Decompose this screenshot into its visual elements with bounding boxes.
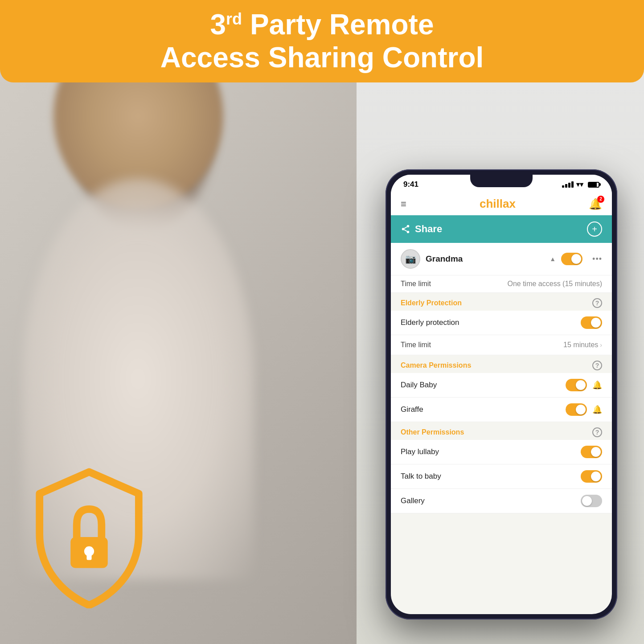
talk-to-baby-row: Talk to baby: [391, 464, 612, 489]
svg-line-7: [404, 227, 407, 229]
shield-icon: [27, 466, 152, 608]
header-banner: 3rd Party RemoteAccess Sharing Control: [0, 0, 644, 82]
giraffe-toggle[interactable]: [566, 403, 587, 416]
user-avatar: 📷: [401, 249, 420, 269]
gallery-row: Gallery: [391, 489, 612, 513]
user-name: Grandma: [426, 254, 542, 264]
svg-point-5: [407, 231, 410, 234]
elderly-time-limit-row[interactable]: Time limit 15 minutes ›: [391, 335, 612, 355]
battery-icon: [588, 182, 599, 188]
time-limit-row: Time limit One time access (15 minutes): [391, 275, 612, 293]
elderly-protection-toggle[interactable]: [581, 316, 602, 329]
app-header: ≡ chillax 🔔 2: [391, 193, 612, 215]
bell-badge: 2: [597, 196, 604, 203]
chevron-up-icon: ▲: [550, 255, 556, 263]
time-limit-value: One time access (15 minutes): [507, 280, 602, 288]
share-header: Share +: [391, 215, 612, 243]
other-help-icon[interactable]: ?: [592, 427, 602, 437]
menu-icon[interactable]: ≡: [401, 198, 406, 210]
daily-baby-bell-icon[interactable]: 🔔: [592, 380, 602, 390]
phone-notch: [470, 175, 533, 187]
daily-baby-label: Daily Baby: [401, 381, 437, 390]
camera-giraffe-row: Giraffe 🔔: [391, 398, 612, 422]
talk-to-baby-toggle[interactable]: [581, 470, 602, 483]
other-section-header: Other Permissions ?: [391, 422, 612, 440]
camera-help-icon[interactable]: ?: [592, 361, 602, 370]
svg-point-3: [407, 225, 410, 228]
elderly-protection-right: [581, 316, 602, 329]
camera-section-header: Camera Permissions ?: [391, 355, 612, 373]
elderly-section-title: Elderly Protection: [401, 299, 462, 307]
elderly-section-header: Elderly Protection ?: [391, 293, 612, 311]
app-logo: chillax: [480, 197, 516, 211]
phone-screen: 9:41 ▾▾ ≡ chillax: [391, 175, 612, 614]
talk-to-baby-label: Talk to baby: [401, 472, 441, 481]
play-lullaby-row: Play lullaby: [391, 440, 612, 464]
giraffe-bell-icon[interactable]: 🔔: [592, 405, 602, 414]
elderly-time-value: 15 minutes ›: [563, 341, 602, 349]
status-time: 9:41: [403, 180, 418, 189]
giraffe-right: 🔔: [566, 403, 602, 416]
gallery-label: Gallery: [401, 496, 425, 505]
title-superscript: rd: [226, 10, 242, 28]
main-title: 3rd Party RemoteAccess Sharing Control: [160, 8, 484, 74]
elderly-time-label: Time limit: [401, 341, 431, 349]
svg-rect-2: [86, 551, 91, 560]
play-lullaby-label: Play lullaby: [401, 447, 439, 456]
gallery-toggle[interactable]: [581, 495, 602, 507]
title-line1: 3rd Party RemoteAccess Sharing Control: [160, 8, 484, 74]
share-title: Share: [415, 223, 442, 235]
battery-fill: [589, 183, 597, 187]
camera-section-title: Camera Permissions: [401, 361, 471, 369]
status-icons: ▾▾: [562, 180, 599, 189]
user-toggle[interactable]: [561, 253, 582, 265]
chevron-right-icon: ›: [600, 341, 602, 349]
play-lullaby-toggle[interactable]: [581, 446, 602, 458]
add-share-button[interactable]: +: [587, 222, 602, 237]
wifi-icon: ▾▾: [576, 180, 583, 189]
phone-mockup: 9:41 ▾▾ ≡ chillax: [386, 169, 617, 619]
svg-point-4: [402, 228, 405, 230]
other-section-title: Other Permissions: [401, 428, 464, 436]
elderly-protection-label: Elderly protection: [401, 318, 459, 327]
giraffe-label: Giraffe: [401, 405, 423, 414]
svg-line-6: [404, 230, 407, 231]
notification-bell[interactable]: 🔔 2: [589, 198, 602, 210]
time-limit-label: Time limit: [401, 280, 431, 288]
signal-icon: [562, 181, 574, 188]
camera-daily-baby-row: Daily Baby 🔔: [391, 373, 612, 398]
daily-baby-toggle[interactable]: [566, 379, 587, 391]
elderly-help-icon[interactable]: ?: [592, 298, 602, 308]
share-icon: [401, 224, 410, 234]
elderly-protection-row: Elderly protection: [391, 311, 612, 335]
share-header-left: Share: [401, 223, 442, 235]
user-row[interactable]: 📷 Grandma ▲ •••: [391, 243, 612, 275]
more-options-icon[interactable]: •••: [592, 254, 602, 264]
daily-baby-right: 🔔: [566, 379, 602, 391]
phone-frame: 9:41 ▾▾ ≡ chillax: [386, 169, 617, 619]
